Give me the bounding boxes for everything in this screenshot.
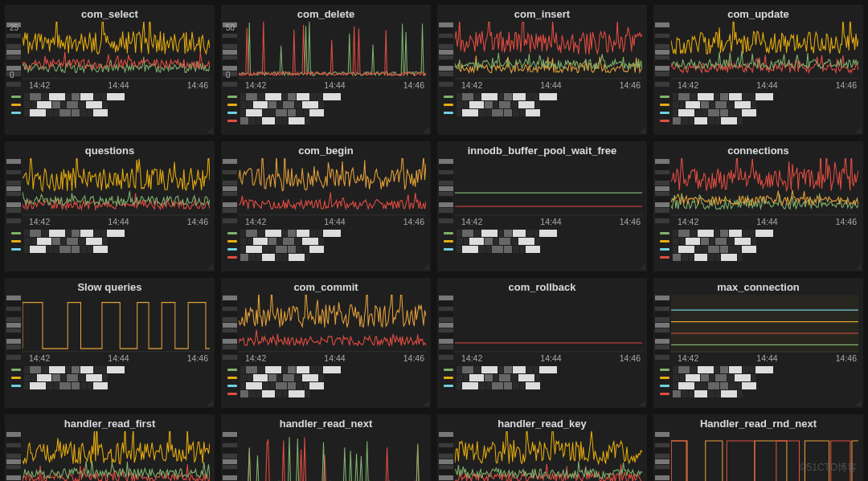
chart-area[interactable] (455, 431, 642, 481)
legend-item[interactable] (11, 366, 211, 373)
legend-item[interactable] (227, 246, 428, 253)
panel-handler-read-rnd-next[interactable]: Handler_read_rnd_next 14:4214:4414:46 (653, 414, 863, 481)
resize-handle-icon[interactable] (423, 263, 429, 270)
panel-handler-read-next[interactable]: handler_read_next 14:4214:4414:46 (221, 414, 431, 481)
panel-com-rollback[interactable]: com_rollback 14:4214:4414:46 (437, 278, 647, 408)
chart-area[interactable] (455, 158, 642, 216)
legend-item[interactable] (444, 366, 644, 373)
panel-com-commit[interactable]: com_commit 14:4214:4414:46 (221, 278, 431, 408)
legend-item[interactable] (660, 93, 860, 100)
legend-item[interactable] (660, 246, 860, 253)
panel-title: questions (5, 141, 215, 158)
legend-item[interactable] (11, 101, 211, 108)
legend-item[interactable] (227, 230, 428, 237)
panel-handler-read-first[interactable]: handler_read_first 14:4214:4414:46 (5, 414, 215, 481)
legend (5, 228, 215, 271)
legend-color-chip (227, 232, 237, 234)
panel-connections[interactable]: connections 14:4214:4414:46 (653, 141, 863, 271)
x-axis-labels: 14:4214:4414:46 (653, 79, 863, 92)
legend-item[interactable] (227, 390, 428, 397)
resize-handle-icon[interactable] (639, 127, 645, 133)
panel-title: com_update (653, 5, 863, 22)
panel-title: connections (653, 141, 863, 158)
legend-item[interactable] (11, 374, 211, 381)
legend-color-chip (11, 104, 21, 106)
panel-com-select[interactable]: com_select 250 14:4214:4414:46 (5, 5, 215, 135)
legend-item[interactable] (660, 109, 860, 116)
legend-color-chip (227, 385, 237, 387)
legend-item[interactable] (660, 390, 860, 397)
resize-handle-icon[interactable] (207, 263, 213, 270)
chart-area[interactable] (671, 22, 858, 79)
legend-item[interactable] (11, 109, 211, 116)
panel-handler-read-key[interactable]: handler_read_key 14:4214:4414:46 (437, 414, 647, 481)
chart-area[interactable]: 500 (239, 22, 426, 79)
legend-item[interactable] (11, 246, 211, 253)
legend-item[interactable] (227, 117, 428, 124)
resize-handle-icon[interactable] (855, 400, 862, 406)
chart-area[interactable] (671, 158, 858, 216)
legend-item[interactable] (660, 117, 860, 124)
legend-item[interactable] (660, 230, 860, 237)
legend-item[interactable] (227, 254, 428, 261)
resize-handle-icon[interactable] (423, 400, 429, 406)
chart-area[interactable] (23, 431, 210, 481)
legend-item[interactable] (227, 93, 428, 100)
resize-handle-icon[interactable] (639, 400, 645, 406)
chart-area[interactable] (671, 295, 858, 353)
legend-item[interactable] (444, 109, 644, 116)
legend-item[interactable] (660, 366, 860, 373)
panel-com-begin[interactable]: com_begin 14:4214:4414:46 (221, 141, 431, 271)
panel-slow-queries[interactable]: Slow queries 14:4214:4414:46 (5, 278, 215, 408)
legend-color-chip (11, 240, 21, 243)
legend-item[interactable] (444, 93, 644, 100)
legend-item[interactable] (444, 101, 644, 108)
chart-area[interactable] (23, 158, 210, 216)
chart-area[interactable]: 250 (23, 22, 210, 79)
resize-handle-icon[interactable] (639, 263, 645, 270)
chart-area[interactable] (23, 295, 210, 353)
legend-item[interactable] (227, 109, 428, 116)
legend-item[interactable] (444, 238, 644, 245)
legend-item[interactable] (444, 246, 644, 253)
legend-color-chip (227, 96, 237, 98)
legend-item[interactable] (11, 230, 211, 237)
legend-item[interactable] (660, 254, 860, 261)
chart-area[interactable] (239, 431, 426, 481)
panel-com-update[interactable]: com_update 14:4214:4414:46 (653, 5, 863, 135)
legend-item[interactable] (227, 374, 428, 381)
resize-handle-icon[interactable] (207, 400, 213, 406)
legend-item[interactable] (444, 374, 644, 381)
x-axis-labels: 14:4214:4414:46 (5, 79, 215, 92)
chart-area[interactable] (671, 431, 858, 481)
panel-com-delete[interactable]: com_delete 500 14:4214:4414:46 (221, 5, 431, 135)
chart-area[interactable] (455, 22, 642, 79)
legend-item[interactable] (11, 93, 211, 100)
panel-questions[interactable]: questions 14:4214:4414:46 (5, 141, 215, 271)
legend-item[interactable] (660, 382, 860, 389)
legend-item[interactable] (660, 374, 860, 381)
panel-innodb-buffer-pool[interactable]: innodb_buffer_pool_wait_free 14:4214:441… (437, 141, 647, 271)
legend-item[interactable] (660, 238, 860, 245)
legend-item[interactable] (227, 382, 428, 389)
legend-item[interactable] (227, 238, 428, 245)
resize-handle-icon[interactable] (423, 127, 429, 133)
legend-item[interactable] (660, 101, 860, 108)
chart-area[interactable] (455, 295, 642, 353)
chart-area[interactable] (239, 158, 426, 216)
resize-handle-icon[interactable] (207, 127, 213, 133)
resize-handle-icon[interactable] (855, 263, 862, 270)
panel-max-connection[interactable]: max_connection 14:4214:4414:46 (653, 278, 863, 408)
legend-item[interactable] (11, 382, 211, 389)
resize-handle-icon[interactable] (855, 127, 862, 133)
chart-obscured-edge (6, 159, 21, 223)
panel-com-insert[interactable]: com_insert 14:4214:4414:46 (437, 5, 647, 135)
legend-item[interactable] (227, 366, 428, 373)
legend-color-chip (227, 104, 237, 106)
chart-area[interactable] (239, 295, 426, 353)
legend-item[interactable] (227, 101, 428, 108)
legend-item[interactable] (444, 230, 644, 237)
legend-item[interactable] (444, 382, 644, 389)
legend-item[interactable] (11, 238, 211, 245)
panel-title: innodb_buffer_pool_wait_free (437, 141, 647, 158)
